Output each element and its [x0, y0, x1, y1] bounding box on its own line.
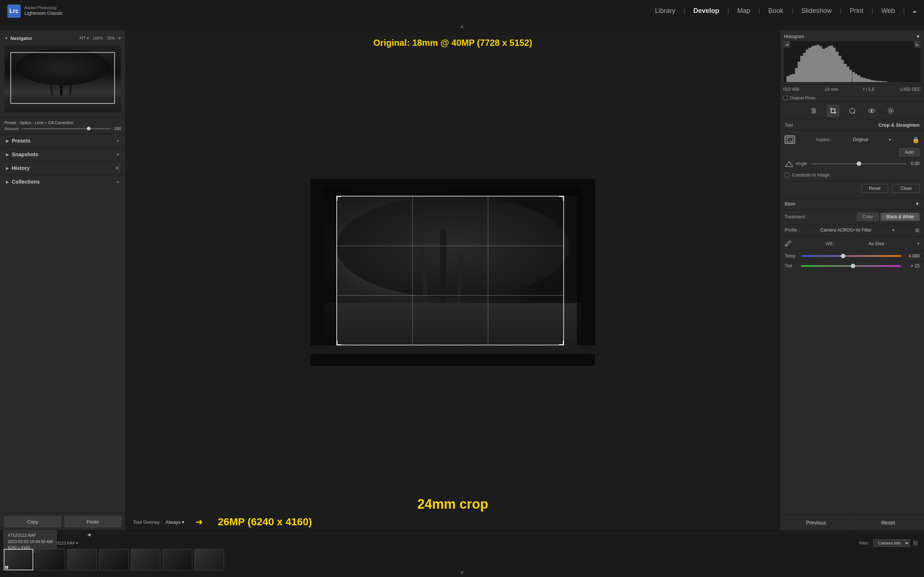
snapshots-label: Snapshots — [12, 152, 39, 157]
snapshots-row[interactable]: ▶ Snapshots + — [0, 147, 125, 161]
copy-button[interactable]: Copy — [5, 516, 61, 527]
preset-slider: Amount 100 — [5, 126, 121, 131]
lock-icon[interactable]: 🔒 — [912, 136, 919, 143]
adjustment-icon[interactable] — [808, 105, 820, 117]
tint-row: Tint + 15 — [780, 261, 924, 271]
red-eye-icon[interactable] — [866, 105, 877, 117]
histogram-title: Histogram — [784, 34, 804, 39]
crop-close-button[interactable]: Close — [893, 184, 919, 193]
nav-book[interactable]: Book — [760, 0, 791, 22]
tool-overlay-value[interactable]: Always ▾ — [165, 519, 184, 525]
wb-dropper-icon[interactable]: 🖉 — [785, 239, 792, 248]
paste-button[interactable]: Paste — [65, 516, 121, 527]
hist-bar — [811, 46, 814, 82]
wb-dropdown[interactable]: ▾ — [918, 241, 919, 246]
angle-value: 0.00 — [911, 161, 919, 166]
profile-grid-icon[interactable]: ⊞ — [915, 227, 919, 233]
collapse-top-arrow[interactable]: ▲ — [0, 22, 924, 30]
product-name: Lightroom Classic — [24, 10, 63, 17]
nav-fit[interactable]: FIT ▾ — [79, 36, 89, 40]
nav-25[interactable]: 25% — [107, 36, 115, 40]
nav-100[interactable]: 100% — [93, 36, 103, 40]
profile-dropdown[interactable]: ▾ — [892, 228, 895, 233]
filter-select[interactable]: Camera Info — [873, 539, 910, 547]
shadow-clip-indicator[interactable]: ◀ — [784, 41, 790, 47]
navigator-section: ▼ Navigator FIT ▾ 100% 25% ▾ — [0, 30, 125, 117]
filmstrip-thumb-4[interactable] — [99, 549, 129, 571]
filmstrip-thumb-3[interactable] — [67, 549, 97, 571]
ground — [323, 303, 582, 357]
highlight-clip-indicator[interactable]: ▶ — [914, 41, 920, 47]
hist-bar — [861, 77, 863, 82]
hist-bar — [841, 60, 844, 82]
filter-label: Filter : — [859, 541, 871, 545]
nav-web[interactable]: Web — [873, 0, 903, 22]
hist-bar — [863, 78, 866, 82]
hist-bar — [849, 70, 852, 82]
histogram-canvas: ◀ ▶ — [784, 41, 920, 82]
filmstrip-thumb-7[interactable] — [194, 549, 224, 571]
histogram-menu[interactable]: ▼ — [916, 34, 920, 39]
filter-expand[interactable]: ⬛ — [913, 541, 918, 546]
nav-print[interactable]: Print — [842, 0, 872, 22]
hist-bar — [833, 48, 836, 82]
orig-photo-row: Original Photo — [780, 94, 924, 102]
angle-icon — [785, 160, 793, 167]
bw-button[interactable]: Black & White — [881, 213, 919, 221]
hist-bar — [803, 53, 806, 82]
hist-bar — [855, 74, 858, 82]
nav-map[interactable]: Map — [729, 0, 758, 22]
temp-slider[interactable] — [801, 255, 901, 257]
basic-section-header[interactable]: Basic ▼ — [780, 198, 924, 210]
color-button[interactable]: Color — [857, 213, 879, 221]
constrain-checkbox[interactable] — [785, 173, 789, 177]
crop-reset-button[interactable]: Reset — [861, 184, 888, 193]
right-panel: Histogram ▼ — [780, 30, 924, 530]
navigator-triangle: ▼ — [5, 36, 8, 40]
darken-left — [310, 196, 336, 345]
angle-slider[interactable] — [812, 163, 907, 164]
crop-icon[interactable] — [827, 105, 839, 117]
filmstrip-thumb-5[interactable] — [131, 549, 160, 571]
crop-bottom-label: 24mm crop — [126, 493, 780, 514]
hist-bar — [825, 48, 827, 82]
auto-btn-row: Auto — [785, 147, 919, 158]
brand-name: Adobe Photoshop — [24, 5, 63, 10]
treatment-row: Treatment : Color Black & White — [780, 210, 924, 224]
tool-key: Tool : — [785, 122, 795, 128]
filmstrip-meta: 7 photos / 1 selected / XT5Z0123.RAF ▾ F… — [0, 538, 924, 548]
svg-point-10 — [888, 108, 893, 113]
history-row[interactable]: ▶ History ✕ — [0, 161, 125, 175]
arrow-left-indicator: ◀ — [87, 532, 90, 537]
navigator-header[interactable]: ▼ Navigator FIT ▾ 100% 25% ▾ — [5, 33, 121, 43]
aspect-dropdown[interactable]: ▾ — [889, 137, 891, 142]
camera-info: ISO 400 18 mm f / 5.6 1/450 SEC — [780, 84, 924, 94]
nav-library[interactable]: Library — [647, 0, 683, 22]
hist-bar — [838, 56, 841, 82]
presets-row[interactable]: ▶ Presets + — [0, 134, 125, 147]
auto-button[interactable]: Auto — [899, 148, 919, 156]
cloud-icon[interactable]: ☁ — [912, 8, 917, 14]
masking-icon[interactable] — [885, 105, 897, 117]
orig-photo-checkbox[interactable] — [783, 96, 788, 100]
amount-value: 100 — [114, 126, 121, 131]
history-triangle: ▶ — [6, 166, 9, 170]
nav-settings[interactable]: ▾ — [119, 36, 121, 40]
spot-removal-icon[interactable] — [846, 105, 858, 117]
nav-slideshow[interactable]: Slideshow — [793, 0, 840, 22]
basic-menu[interactable]: ▼ — [915, 201, 919, 206]
tree-canopy — [336, 196, 569, 298]
previous-button[interactable]: Previous — [780, 515, 852, 530]
filmstrip-thumb-1[interactable]: 1 — [4, 549, 33, 571]
aspect-icon — [785, 135, 795, 144]
profile-row: Profile : Camera ACROS+Ye Filter ▾ ⊞ — [780, 224, 924, 236]
nav-develop[interactable]: Develop — [685, 0, 727, 22]
photo-container[interactable] — [323, 187, 582, 357]
tint-slider[interactable] — [801, 265, 901, 267]
filmstrip-thumb-6[interactable] — [163, 549, 192, 571]
reset-button[interactable]: Reset — [852, 515, 924, 530]
filmstrip-thumb-2[interactable] — [36, 549, 65, 571]
collections-row[interactable]: ▶ Collections + — [0, 175, 125, 189]
amount-slider-track[interactable] — [21, 128, 111, 129]
amount-slider-thumb — [87, 127, 90, 131]
